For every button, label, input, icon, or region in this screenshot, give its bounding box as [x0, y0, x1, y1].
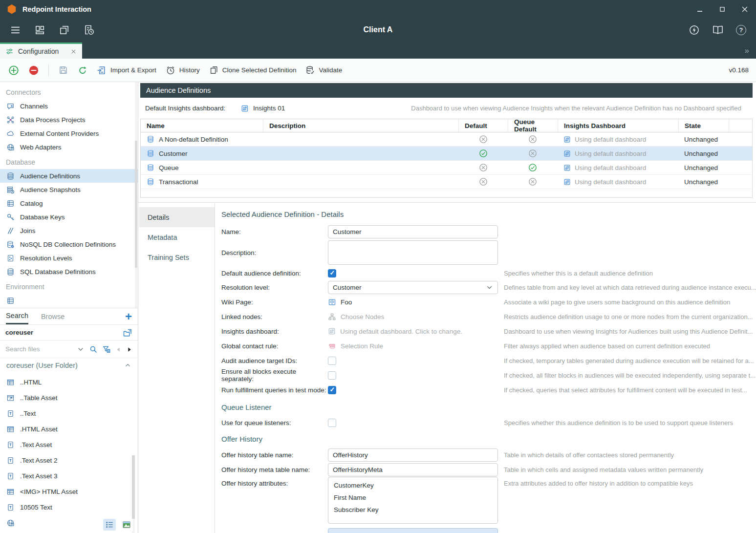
resolution-level-select[interactable]: Customer	[328, 281, 498, 294]
validate-button[interactable]: Validate	[305, 65, 342, 75]
tab-configuration[interactable]: Configuration	[0, 43, 82, 59]
sidebar-scrollbar[interactable]	[135, 82, 137, 308]
close-button[interactable]	[734, 0, 756, 18]
sidebar-item-channels[interactable]: Channels	[0, 99, 138, 113]
tab-overflow-chevrons[interactable]: »	[745, 46, 748, 56]
default-definition-checkbox[interactable]	[328, 269, 336, 277]
search-scope-input[interactable]	[5, 329, 119, 336]
search-icon[interactable]	[89, 345, 98, 354]
filter-icon[interactable]	[102, 345, 111, 354]
offer-history-attributes-listbox[interactable]: CustomerKey First Name Subscriber Key	[328, 477, 498, 524]
clone-copy-icon	[209, 65, 218, 75]
network-icon	[6, 116, 15, 124]
refresh-button[interactable]	[78, 65, 87, 75]
sidebar-item-database-keys[interactable]: Database Keys	[0, 210, 138, 224]
window-controls	[689, 0, 756, 18]
table-row[interactable]: Queue Using default dashboard Unchanged	[141, 161, 752, 175]
column-header-description[interactable]: Description	[263, 119, 458, 132]
sidebar-item-external-content-providers[interactable]: External Content Providers	[0, 127, 138, 140]
column-header-state[interactable]: State	[678, 119, 729, 132]
tab-close-icon[interactable]	[70, 48, 77, 55]
sidebar-item-joins[interactable]: Joins	[0, 224, 138, 237]
save-button[interactable]	[58, 65, 68, 75]
next-result-button[interactable]	[126, 345, 132, 353]
table-row[interactable]: A Non-default Definition Using default d…	[141, 132, 752, 147]
column-header-default[interactable]: Default	[458, 119, 508, 132]
list-item[interactable]: .HTML Asset	[0, 421, 138, 437]
audit-target-ids-checkbox[interactable]	[328, 357, 336, 365]
blocks-separately-checkbox[interactable]	[328, 371, 336, 380]
column-header-name[interactable]: Name	[141, 119, 263, 132]
documentation-button[interactable]	[712, 24, 724, 36]
list-item[interactable]: .Text Asset 3	[0, 468, 138, 484]
selection-rule-icon	[328, 342, 336, 350]
sidebar-item-resolution-levels[interactable]: Resolution Levels	[0, 251, 138, 265]
table-row[interactable]: Transactional Using default dashboard Un…	[141, 175, 752, 189]
description-field[interactable]	[328, 240, 498, 265]
sidebar-item-partial[interactable]	[0, 294, 138, 307]
add-button[interactable]	[8, 65, 19, 76]
maximize-button[interactable]	[711, 0, 734, 18]
attribute-item[interactable]: Subscriber Key	[328, 506, 497, 513]
sidebar-item-web-adapters[interactable]: Web Adapters	[0, 140, 138, 154]
attribute-item[interactable]: CustomerKey	[328, 482, 497, 489]
list-item[interactable]: ..HTML	[0, 374, 138, 390]
sidebar-item-data-process-projects[interactable]: Data Process Projects	[0, 113, 138, 127]
tab-search[interactable]: Search	[6, 308, 28, 324]
sidebar-item-nosql-db-collection-definitions[interactable]: NoSQL DB Collection Definitions	[0, 237, 138, 251]
view-toggle	[100, 519, 133, 531]
tab-browse[interactable]: Browse	[41, 308, 65, 324]
wiki-page-value[interactable]: Foo	[328, 298, 352, 306]
sidebar-item-audience-definitions[interactable]: Audience Definitions	[0, 169, 138, 183]
list-item[interactable]: ..Text	[0, 405, 138, 421]
add-file-button[interactable]: +	[125, 311, 132, 322]
connection-status-button[interactable]	[689, 24, 700, 36]
tab-details[interactable]: Details	[139, 207, 215, 227]
list-item[interactable]: .Text Asset	[0, 437, 138, 452]
history-button[interactable]: History	[166, 65, 200, 75]
table-row-selected[interactable]: Customer Using default dashboard Unchang…	[141, 147, 752, 161]
sidebar-item-label: External Content Providers	[20, 130, 99, 137]
panel-title: Audience Definitions	[140, 83, 753, 98]
row-description	[263, 161, 458, 174]
tab-training-sets[interactable]: Training Sets	[139, 247, 215, 267]
prev-result-button[interactable]	[115, 345, 122, 353]
column-header-insights-dashboard[interactable]: Insights Dashboard	[558, 119, 678, 132]
sidebar-item-sql-database-definitions[interactable]: SQL Database Definitions	[0, 265, 138, 278]
list-item[interactable]: <IMG> HTML Asset	[0, 484, 138, 499]
choose-nodes-button[interactable]: Choose Nodes	[328, 313, 384, 321]
queue-listeners-checkbox[interactable]	[328, 419, 336, 427]
collapse-chevron-icon[interactable]	[124, 362, 131, 369]
user-folder-header[interactable]: coreuser (User Folder)	[0, 358, 138, 372]
default-dashboard-value[interactable]: Insights 01	[241, 105, 285, 112]
blocks-separately-row: Ensure all blocks execute separately: If…	[221, 368, 756, 383]
insights-dashboard-value[interactable]: Using default dashboard. Click to change…	[328, 327, 462, 335]
clone-selected-definition-button[interactable]: Clone Selected Definition	[209, 65, 297, 75]
minimize-button[interactable]	[689, 0, 711, 18]
selection-rule-button[interactable]: Selection Rule	[328, 342, 383, 350]
help-button[interactable]: ?	[736, 25, 746, 35]
import-export-button[interactable]: Import & Export	[97, 65, 156, 75]
search-options-chevron[interactable]	[77, 345, 85, 353]
column-header-queue-default[interactable]: Queue Default	[508, 119, 558, 132]
list-item[interactable]: ..Table Asset	[0, 390, 138, 405]
offer-history-meta-field[interactable]	[328, 463, 498, 476]
tab-metadata[interactable]: Metadata	[139, 227, 215, 247]
search-files-input[interactable]	[5, 345, 72, 353]
file-search-panel: Search Browse + coreuser (User Folder)	[0, 308, 138, 533]
configuration-nav: Connectors Channels Data Process Project…	[0, 82, 138, 308]
remove-button[interactable]	[28, 65, 39, 76]
name-field[interactable]	[328, 225, 498, 238]
list-item[interactable]: 10505 Text	[0, 499, 138, 515]
open-folder-copy-icon[interactable]	[123, 328, 132, 338]
fulfillment-test-mode-checkbox[interactable]	[328, 386, 336, 394]
list-item[interactable]: .Text Asset 2	[0, 452, 138, 468]
list-view-button[interactable]	[103, 519, 116, 531]
attribute-item[interactable]: First Name	[328, 494, 497, 501]
global-contact-rule-hint: Filter always applied when audience base…	[504, 342, 756, 350]
image-view-button[interactable]	[120, 519, 133, 531]
sidebar-item-catalog[interactable]: Catalog	[0, 196, 138, 210]
offer-history-table-field[interactable]	[328, 448, 498, 462]
sidebar-item-audience-snapshots[interactable]: Audience Snapshots	[0, 183, 138, 196]
partial-next-field[interactable]	[328, 528, 498, 533]
